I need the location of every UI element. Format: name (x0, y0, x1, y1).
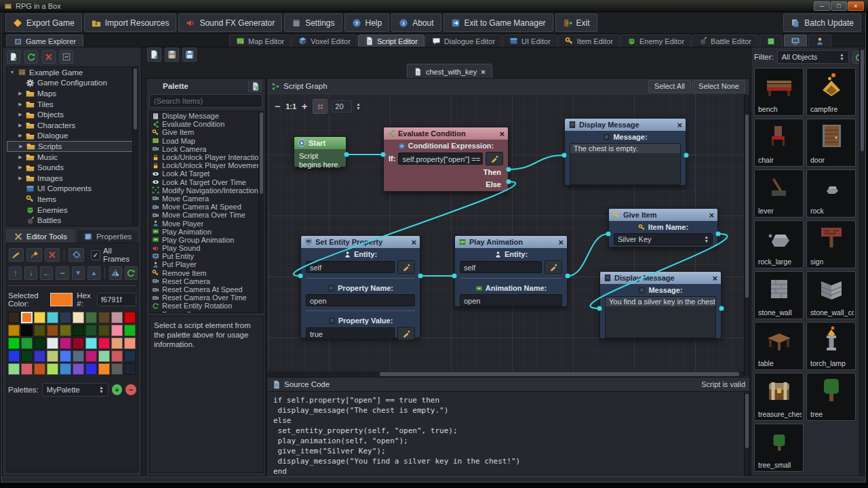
object-tile-campfire[interactable]: campfire (806, 68, 856, 116)
tree-item-characters[interactable]: ▶Characters (7, 120, 138, 131)
color-swatch[interactable] (98, 325, 110, 336)
search-input[interactable] (149, 94, 262, 108)
color-swatch[interactable] (85, 325, 97, 336)
tab-properties[interactable]: Properties (76, 229, 139, 243)
doc-tab-chest-with-key[interactable]: chest_with_key × (407, 64, 492, 79)
close-button[interactable]: × (848, 1, 864, 11)
color-swatch[interactable] (8, 325, 20, 336)
graph-node-start-start[interactable]: StartScriptbegins here. (294, 136, 347, 167)
tab-dialogue-editor[interactable]: Dialogue Editor (425, 35, 502, 47)
color-swatch[interactable] (60, 363, 71, 375)
batch-update-button[interactable]: Batch Update (783, 14, 861, 32)
condition-expression-input[interactable]: self.property["open"] == true (398, 152, 483, 165)
mini-tab-monitor[interactable] (784, 35, 807, 47)
message-textarea[interactable]: You find a silver key in the chest! (605, 296, 716, 338)
palette-item-move-camera-over-time[interactable]: Move Camera Over Time (150, 211, 263, 219)
color-swatch[interactable] (8, 338, 20, 349)
palette-item-put-player[interactable]: Put Player (150, 260, 263, 268)
message-textarea[interactable]: The chest is empty. (570, 143, 681, 185)
object-tile-sign[interactable]: sign (806, 220, 856, 268)
tool-erase-button[interactable] (45, 248, 60, 262)
tree-expander-icon[interactable]: ▶ (18, 123, 23, 128)
palette-item-play-animation[interactable]: Play Animation (150, 228, 263, 236)
tool-arrow-up-button[interactable]: ↑ (9, 266, 22, 280)
tool-tri-down-button[interactable]: ▼ (72, 266, 85, 280)
script-graph-canvas[interactable]: − 1:1 + ▲▼ StartScriptbegins here.Evalua… (268, 94, 749, 377)
color-swatch[interactable] (111, 325, 123, 336)
tree-scrollbar[interactable] (132, 67, 138, 226)
tree-item-sounds[interactable]: ▶Sounds (7, 162, 138, 173)
color-swatch[interactable] (124, 350, 136, 362)
zoom-reset-button[interactable]: 1:1 (285, 102, 296, 110)
color-swatch[interactable] (60, 312, 71, 323)
object-tile-stone-wall-cor[interactable]: stone_wall_cor (806, 271, 856, 319)
zoom-out-button[interactable]: − (273, 101, 281, 112)
tree-expander-icon[interactable]: ▶ (18, 176, 23, 181)
node-header[interactable]: Display Message× (600, 272, 721, 284)
palette-item-reset-camera-at-speed[interactable]: Reset Camera At Speed (150, 285, 263, 293)
tree-expander-icon[interactable]: ▶ (18, 91, 23, 96)
object-tile-rock-large[interactable]: rock_large (754, 220, 804, 268)
color-swatch[interactable] (60, 325, 71, 336)
node-input[interactable]: open (460, 294, 562, 306)
color-swatch[interactable] (60, 350, 71, 362)
menu-help-button[interactable]: ?Help (344, 14, 390, 32)
node-header[interactable]: Start (294, 137, 346, 149)
edit-expression-button[interactable] (486, 152, 503, 165)
tree-expander-icon[interactable]: ▶ (18, 144, 24, 149)
tool-arrow-left-button[interactable]: ← (40, 266, 53, 280)
color-swatch[interactable] (111, 350, 123, 362)
color-swatch[interactable] (8, 363, 20, 375)
grid-size-stepper[interactable]: ▲▼ (356, 102, 360, 111)
tree-expander-icon[interactable]: ▶ (18, 112, 23, 117)
tree-expander-icon[interactable]: ▶ (18, 155, 23, 160)
node-input[interactable]: open (306, 294, 415, 306)
palette-item-lock-camera[interactable]: Lock Camera (150, 145, 263, 153)
zoom-in-button[interactable]: + (300, 101, 309, 112)
tree-item-objects[interactable]: ▶Objects (7, 109, 138, 120)
tab-enemy-editor[interactable]: Enemy Editor (620, 35, 691, 47)
tool-fill-button[interactable] (68, 248, 83, 262)
color-swatch[interactable] (124, 338, 136, 349)
tab-battle-editor[interactable]: Battle Editor (692, 35, 758, 47)
grid-size-input[interactable] (332, 100, 352, 113)
object-tile-rock[interactable]: rock (806, 169, 856, 218)
menu-export-game-button[interactable]: Export Game (5, 14, 82, 32)
tab-ui-editor[interactable]: UI Editor (502, 35, 557, 47)
palette-item-move-camera-at-speed[interactable]: Move Camera At Speed (150, 203, 263, 211)
palette-item-rotate-camera[interactable]: Rotate Camera (150, 310, 263, 314)
color-swatch[interactable] (124, 363, 136, 375)
color-swatch[interactable] (98, 350, 110, 362)
color-swatch[interactable] (34, 363, 45, 375)
menu-import-resources-button[interactable]: Import Resources (84, 14, 177, 32)
tool-rotate-button[interactable] (125, 266, 138, 280)
color-swatch[interactable] (85, 338, 97, 349)
palette-item-play-sound[interactable]: Play Sound (150, 244, 263, 252)
color-swatch[interactable] (111, 363, 123, 375)
canvas-h-scrollbar[interactable] (268, 371, 744, 377)
color-swatch[interactable] (8, 312, 20, 323)
tab-item-editor[interactable]: Item Editor (558, 35, 620, 47)
canvas-v-scrollbar[interactable] (744, 94, 749, 376)
object-tile-treasure-chest[interactable]: treasure_chest (754, 373, 804, 421)
palette-item-move-camera[interactable]: Move Camera (150, 195, 263, 203)
palette-item-play-group-animation[interactable]: Play Group Animation (150, 236, 263, 244)
tab-script-editor[interactable]: Script Editor (358, 35, 425, 47)
color-swatch[interactable] (111, 338, 123, 349)
tool-arrow-minus-button[interactable]: − (56, 266, 68, 280)
color-swatch[interactable] (60, 338, 71, 349)
object-tile-lever[interactable]: lever (754, 169, 804, 218)
tab-editor-tools[interactable]: Editor Tools (6, 229, 75, 243)
menu-about-button[interactable]: iAbout (391, 14, 441, 32)
color-swatch[interactable] (98, 312, 110, 323)
remove-palette-button[interactable]: − (125, 384, 136, 395)
source-scrollbar[interactable] (744, 392, 749, 476)
palette-item-lock-unlock-player-movement[interactable]: Lock/Unlock Player Movement (150, 161, 263, 169)
tree-item-tiles[interactable]: ▶Tiles (7, 99, 138, 110)
tab-game-explorer[interactable]: Game Explorer (6, 35, 83, 47)
color-swatch[interactable] (21, 325, 33, 336)
palette-item-put-entity[interactable]: Put Entity (150, 252, 263, 260)
edit-button[interactable] (397, 260, 415, 274)
color-swatch[interactable] (124, 312, 136, 323)
tree-item-dialogue[interactable]: ▶Dialogue (7, 131, 138, 142)
